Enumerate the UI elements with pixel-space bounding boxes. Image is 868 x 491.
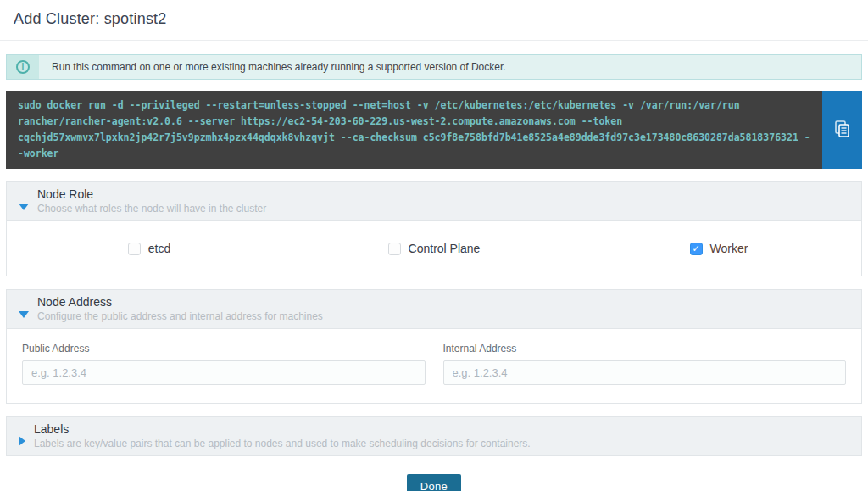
section-subtitle: Configure the public address and interna… xyxy=(37,310,323,323)
docker-command-block: sudo docker run -d --privileged --restar… xyxy=(6,91,862,169)
section-labels: Labels Labels are key/value pairs that c… xyxy=(6,416,862,456)
section-subtitle: Labels are key/value pairs that can be a… xyxy=(34,437,531,450)
public-address-input[interactable] xyxy=(22,360,426,385)
done-button[interactable]: Done xyxy=(407,474,461,491)
roles-row: etcd Control Plane ✓ Worker xyxy=(7,221,861,276)
docker-command-text: sudo docker run -d --privileged --restar… xyxy=(6,91,822,169)
role-label: Worker xyxy=(710,242,748,255)
caret-right-icon xyxy=(19,436,25,446)
caret-down-icon xyxy=(19,204,29,210)
role-label: etcd xyxy=(148,242,170,255)
section-node-role-header[interactable]: Node Role Choose what roles the node wil… xyxy=(7,182,861,220)
role-option-etcd[interactable]: etcd xyxy=(7,242,292,255)
caret-down-icon xyxy=(19,311,29,318)
copy-button[interactable] xyxy=(822,91,862,169)
field-label: Internal Address xyxy=(443,343,847,354)
title-divider xyxy=(0,40,868,41)
section-labels-header[interactable]: Labels Labels are key/value pairs that c… xyxy=(7,417,861,455)
section-node-role-body: etcd Control Plane ✓ Worker xyxy=(7,220,861,276)
page-content: i Run this command on one or more existi… xyxy=(0,54,868,491)
checkbox-etcd[interactable] xyxy=(128,243,141,255)
section-subtitle: Choose what roles the node will have in … xyxy=(37,202,266,215)
checkbox-worker-checked[interactable]: ✓ xyxy=(690,243,703,255)
role-label: Control Plane xyxy=(409,242,481,255)
section-node-role: Node Role Choose what roles the node wil… xyxy=(6,181,862,276)
section-title: Node Role xyxy=(37,187,266,202)
section-title: Node Address xyxy=(37,294,323,310)
field-label: Public Address xyxy=(22,343,426,354)
public-address-field: Public Address xyxy=(22,343,426,385)
footer: Done xyxy=(6,474,862,491)
clipboard-icon xyxy=(835,120,850,140)
section-node-address: Node Address Configure the public addres… xyxy=(6,289,862,404)
internal-address-input[interactable] xyxy=(443,360,847,385)
info-banner-icon-cell: i xyxy=(7,55,39,79)
internal-address-field: Internal Address xyxy=(443,343,847,385)
section-node-address-body: Public Address Internal Address xyxy=(7,328,861,403)
checkbox-control-plane[interactable] xyxy=(388,243,401,255)
info-banner-text: Run this command on one or more existing… xyxy=(39,55,506,79)
section-node-address-header[interactable]: Node Address Configure the public addres… xyxy=(7,290,861,328)
page-title: Add Cluster: spotinst2 xyxy=(0,0,868,40)
info-icon: i xyxy=(16,60,30,74)
info-banner: i Run this command on one or more existi… xyxy=(6,54,862,80)
role-option-control-plane[interactable]: Control Plane xyxy=(292,242,576,255)
add-cluster-page: Add Cluster: spotinst2 i Run this comman… xyxy=(0,0,868,491)
section-title: Labels xyxy=(34,421,531,437)
role-option-worker[interactable]: ✓ Worker xyxy=(576,242,861,255)
